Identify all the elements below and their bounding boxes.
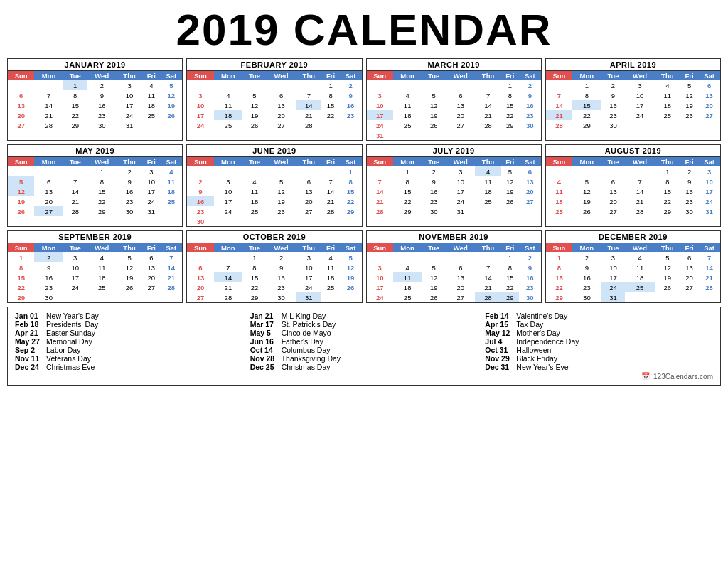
cal-day: 12 (680, 90, 698, 100)
cal-day (422, 252, 446, 262)
cal-day: 19 (242, 110, 267, 120)
cal-day: 1 (546, 252, 572, 262)
cal-day: 5 (572, 176, 601, 186)
cal-day: 6 (142, 252, 160, 262)
holiday-name: New Year's Day (46, 312, 99, 320)
cal-day: 30 (519, 292, 541, 302)
month-2: FEBRUARY 2019SunMonTueWedThuFriSat123456… (186, 58, 362, 141)
cal-day: 8 (501, 262, 519, 272)
cal-day: 28 (698, 282, 720, 292)
cal-day: 3 (214, 176, 243, 186)
holiday-date: Feb 18 (15, 320, 42, 329)
cal-day: 2 (422, 166, 446, 176)
cal-day: 26 (160, 110, 182, 120)
cal-day: 13 (296, 186, 321, 196)
cal-day: 5 (422, 262, 446, 272)
day-header-mon: Mon (572, 157, 601, 166)
day-header-tue: Tue (242, 157, 267, 166)
day-header-wed: Wed (446, 243, 475, 252)
cal-day: 3 (63, 252, 87, 262)
holiday-date: Apr 15 (485, 320, 512, 329)
cal-day: 4 (242, 176, 267, 186)
cal-day: 10 (446, 176, 475, 186)
cal-day: 30 (267, 292, 296, 302)
cal-day: 14 (214, 272, 243, 282)
cal-day (601, 166, 626, 176)
cal-day: 10 (698, 176, 720, 186)
cal-day (160, 120, 182, 130)
cal-day: 6 (698, 80, 720, 90)
brand-text: 123Calendars.com (653, 373, 713, 381)
cal-day (214, 166, 243, 176)
cal-day (267, 80, 296, 90)
day-header-thu: Thu (117, 71, 142, 80)
cal-day: 27 (698, 110, 720, 120)
cal-day: 15 (501, 272, 519, 282)
day-header-thu: Thu (475, 243, 500, 252)
cal-day (546, 80, 572, 90)
day-header-thu: Thu (296, 157, 321, 166)
cal-day: 15 (321, 100, 339, 110)
cal-day: 17 (625, 100, 654, 110)
cal-day (340, 292, 362, 302)
cal-day: 16 (422, 186, 446, 196)
cal-day (625, 166, 654, 176)
cal-day: 11 (655, 90, 680, 100)
cal-day: 9 (267, 262, 296, 272)
cal-day: 24 (296, 282, 321, 292)
day-header-thu: Thu (296, 71, 321, 80)
cal-day: 12 (8, 186, 34, 196)
day-header-tue: Tue (422, 157, 446, 166)
cal-day (519, 130, 541, 140)
cal-day: 1 (242, 252, 267, 262)
cal-day: 5 (680, 80, 698, 90)
holiday-name: Presidents' Day (46, 320, 98, 329)
holiday-date: May 5 (250, 329, 277, 337)
cal-day (446, 130, 475, 140)
cal-day: 8 (242, 262, 267, 272)
cal-day: 17 (367, 282, 393, 292)
cal-day: 9 (601, 90, 626, 100)
cal-day (142, 120, 160, 130)
holiday-item: May 5Cinco de Mayo (250, 329, 478, 337)
cal-day: 25 (393, 292, 422, 302)
day-header-tue: Tue (242, 243, 267, 252)
month-12: DECEMBER 2019SunMonTueWedThuFriSat123456… (545, 230, 721, 303)
holiday-date: May 27 (15, 337, 42, 346)
day-header-wed: Wed (87, 243, 117, 252)
cal-day: 18 (87, 272, 117, 282)
cal-day: 6 (187, 262, 213, 272)
day-header-wed: Wed (267, 71, 296, 80)
holiday-name: Valentine's Day (516, 312, 567, 320)
holiday-name: Memorial Day (46, 337, 92, 346)
cal-day: 27 (446, 292, 475, 302)
cal-day: 31 (446, 206, 475, 216)
day-header-sat: Sat (519, 243, 541, 252)
cal-day (214, 252, 243, 262)
cal-day (367, 80, 393, 90)
cal-day (655, 292, 680, 302)
day-header-tue: Tue (601, 71, 626, 80)
holiday-name: M L King Day (282, 312, 326, 320)
cal-day (446, 252, 475, 262)
cal-day: 23 (267, 282, 296, 292)
holiday-date: Jan 21 (250, 312, 277, 320)
cal-day (367, 166, 393, 176)
cal-day: 15 (501, 100, 519, 110)
cal-day: 3 (625, 80, 654, 90)
cal-day: 26 (655, 282, 680, 292)
cal-day: 5 (117, 252, 142, 262)
holiday-name: Christmas Eve (46, 363, 95, 371)
cal-day: 9 (422, 176, 446, 186)
month-title: NOVEMBER 2019 (367, 231, 541, 243)
cal-day: 6 (296, 176, 321, 186)
cal-day: 27 (187, 292, 213, 302)
cal-day: 18 (546, 196, 572, 206)
cal-day: 8 (63, 90, 87, 100)
cal-day: 10 (117, 90, 142, 100)
month-6: JUNE 2019SunMonTueWedThuFriSat1234567891… (186, 144, 362, 227)
cal-day: 3 (601, 252, 626, 262)
cal-day: 3 (187, 90, 213, 100)
cal-day: 21 (34, 110, 63, 120)
day-header-mon: Mon (214, 71, 243, 80)
